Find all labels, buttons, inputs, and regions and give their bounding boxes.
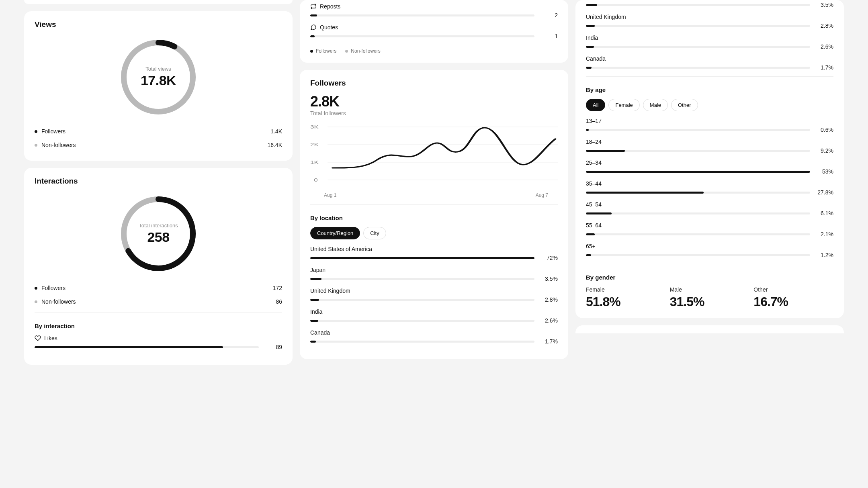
svg-text:1K: 1K (310, 160, 319, 165)
age-45-54: 45–54 6.1% (586, 201, 833, 216)
rloc-ca: Canada 1.7% (586, 55, 833, 71)
gender-male: Male 31.5% (670, 286, 750, 309)
svg-text:0: 0 (314, 178, 317, 182)
rloc-uk: United Kingdom 2.8% (586, 14, 833, 29)
quotes-row: Quotes 1 (310, 24, 558, 39)
age-25-34: 25–34 53% (586, 159, 833, 175)
interactions-legend-followers: Followers 172 (35, 281, 282, 295)
views-title: Views (35, 20, 282, 29)
age-13-17: 13–17 0.6% (586, 118, 833, 133)
likes-row: Likes 89 (35, 335, 282, 350)
interactions-center-value: 258 (147, 229, 169, 245)
demographics-card: 3.5% United Kingdom 2.8% India 2.6% Cana… (575, 0, 844, 318)
by-interaction-heading: By interaction (35, 323, 282, 329)
tab-country-region[interactable]: Country/Region (310, 227, 360, 239)
rloc-jp: 3.5% (586, 2, 833, 8)
views-center-label: Total views (145, 66, 171, 72)
age-65: 65+ 1.2% (586, 243, 833, 258)
age-tab-male[interactable]: Male (643, 99, 668, 111)
quote-icon (310, 24, 317, 31)
legend-nonfollowers: Non-followers (345, 48, 380, 54)
legend-followers: Followers (310, 48, 336, 54)
interactions-card: Interactions Total interactions 258 Foll… (24, 168, 293, 365)
age-tab-other[interactable]: Other (671, 99, 698, 111)
views-center-value: 17.8K (141, 73, 176, 88)
views-legend-followers: Followers 1.4K (35, 125, 282, 138)
interactions-legend-nonfollowers: Non-followers 86 (35, 295, 282, 308)
heart-icon (35, 335, 41, 341)
svg-text:3K: 3K (310, 125, 319, 129)
age-35-44: 35–44 27.8% (586, 180, 833, 196)
svg-text:2K: 2K (310, 142, 319, 147)
interactions-center-label: Total interactions (139, 223, 178, 229)
loc-us: United States of America 72% (310, 246, 558, 261)
by-age-heading: By age (586, 86, 833, 93)
interactions-title: Interactions (35, 177, 282, 186)
engagement-card: Reposts 2 Quotes 1 Followers N (300, 0, 568, 63)
views-legend-nonfollowers: Non-followers 16.4K (35, 138, 282, 152)
loc-ca: Canada 1.7% (310, 329, 558, 345)
repost-icon (310, 3, 317, 10)
gender-other: Other 16.7% (753, 286, 833, 309)
followers-card: Followers 2.8K Total followers 3K 2K 1K … (300, 70, 568, 359)
rloc-in: India 2.6% (586, 35, 833, 50)
age-55-64: 55–64 2.1% (586, 222, 833, 237)
followers-title: Followers (310, 79, 558, 88)
age-tab-all[interactable]: All (586, 99, 605, 111)
tab-city[interactable]: City (363, 227, 386, 239)
age-tab-female[interactable]: Female (608, 99, 639, 111)
loc-jp: Japan 3.5% (310, 267, 558, 282)
followers-line-chart: 3K 2K 1K 0 Aug 1 Aug 7 (310, 120, 558, 198)
followers-sublabel: Total followers (310, 110, 558, 116)
views-donut: Total views 17.8K (118, 37, 199, 117)
views-card: Views Total views 17.8K Followers 1.4K (24, 11, 293, 161)
age-18-24: 18–24 9.2% (586, 139, 833, 154)
followers-total: 2.8K (310, 93, 558, 110)
loc-in: India 2.6% (310, 308, 558, 324)
reposts-row: Reposts 2 (310, 3, 558, 18)
by-gender-heading: By gender (586, 274, 833, 281)
by-location-heading: By location (310, 214, 558, 221)
interactions-donut: Total interactions 258 (118, 194, 199, 274)
loc-uk: United Kingdom 2.8% (310, 288, 558, 303)
gender-female: Female 51.8% (586, 286, 666, 309)
